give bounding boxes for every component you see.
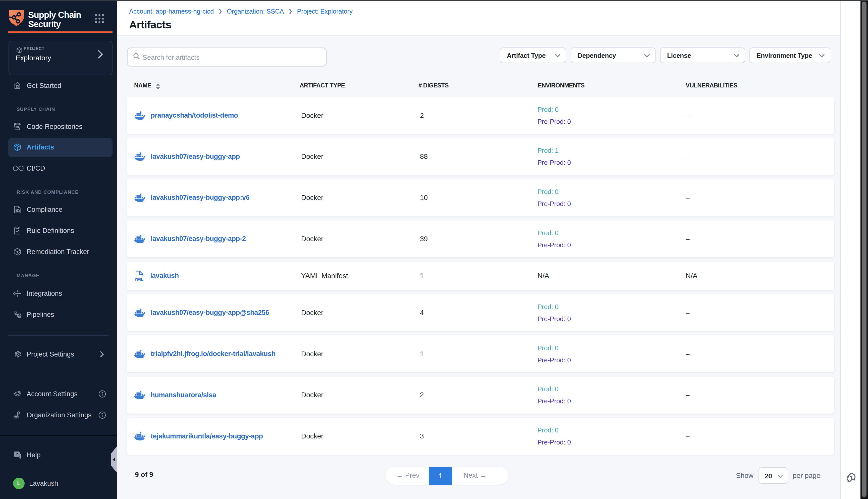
svg-text:YML: YML [134,277,144,281]
